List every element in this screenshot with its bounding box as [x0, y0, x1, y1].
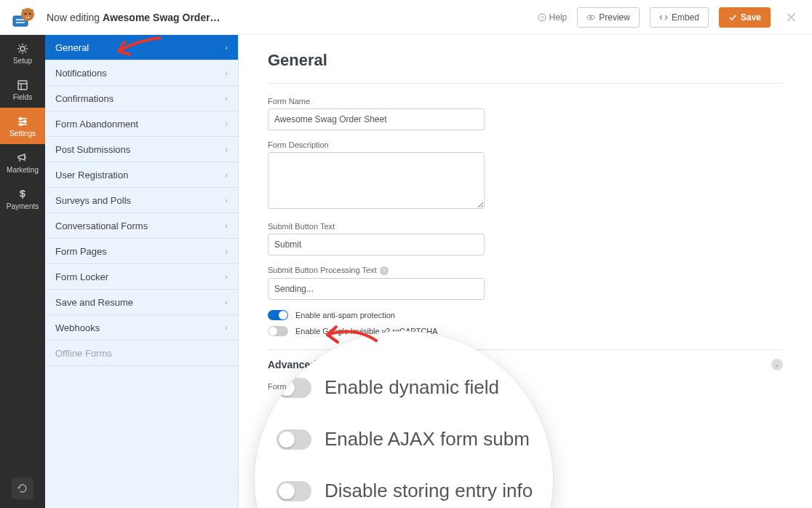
recaptcha-toggle[interactable]: [268, 326, 288, 336]
embed-button[interactable]: Embed: [650, 7, 709, 28]
settings-sidebar: General› Notifications› Confirmations› F…: [45, 35, 239, 508]
sidebar-item-user-registration[interactable]: User Registration›: [45, 162, 238, 188]
svg-point-20: [24, 120, 26, 122]
chevron-right-icon: ›: [225, 68, 228, 77]
editing-title: Now editing Awesome Swag Order…: [47, 12, 220, 23]
form-description-input[interactable]: [268, 152, 485, 209]
svg-point-11: [590, 16, 592, 18]
svg-point-21: [20, 123, 23, 125]
wpforms-logo: [10, 4, 36, 31]
help-link[interactable]: ? Help: [538, 12, 568, 23]
page-title: General: [268, 51, 783, 84]
dynamic-fields-label: Enable dynamic field: [325, 376, 499, 399]
chevron-right-icon: ›: [225, 323, 228, 332]
chevron-right-icon: ›: [225, 196, 228, 205]
sidebar-item-surveys-polls[interactable]: Surveys and Polls›: [45, 188, 238, 213]
form-description-label: Form Description: [268, 140, 783, 149]
nav-payments[interactable]: Payments: [0, 180, 45, 217]
sidebar-item-form-locker[interactable]: Form Locker›: [45, 264, 238, 290]
disable-storing-toggle[interactable]: [276, 481, 311, 501]
chevron-right-icon: ›: [225, 43, 228, 52]
submit-button-text-input[interactable]: [268, 234, 485, 255]
chevron-down-icon[interactable]: ⌄: [771, 359, 783, 370]
chevron-right-icon: ›: [225, 119, 228, 128]
preview-button[interactable]: Preview: [577, 7, 640, 28]
history-button[interactable]: [12, 477, 33, 499]
chevron-right-icon: ›: [225, 298, 228, 306]
chevron-right-icon: ›: [225, 221, 228, 230]
sidebar-item-confirmations[interactable]: Confirmations›: [45, 86, 238, 111]
nav-setup[interactable]: Setup: [0, 35, 45, 71]
chevron-right-icon: ›: [225, 94, 228, 103]
nav-label: Marketing: [7, 166, 39, 174]
sidebar-item-form-pages[interactable]: Form Pages›: [45, 239, 238, 264]
ajax-submit-toggle[interactable]: [276, 429, 311, 450]
nav-label: Payments: [7, 202, 39, 210]
svg-point-4: [25, 12, 27, 15]
nav-marketing[interactable]: Marketing: [0, 144, 45, 180]
svg-point-7: [27, 15, 28, 17]
svg-point-5: [29, 12, 31, 15]
nav-fields[interactable]: Fields: [0, 71, 45, 108]
sidebar-item-post-submissions[interactable]: Post Submissions›: [45, 137, 238, 162]
sidebar-item-webhooks[interactable]: Webhooks›: [45, 315, 238, 341]
help-icon[interactable]: ?: [380, 266, 389, 275]
svg-rect-13: [18, 81, 27, 90]
sidebar-item-save-resume[interactable]: Save and Resume›: [45, 290, 238, 315]
disable-storing-label: Disable storing entry info: [325, 480, 533, 502]
chevron-right-icon: ›: [225, 247, 228, 255]
antispam-toggle[interactable]: [268, 310, 288, 320]
chevron-right-icon: ›: [225, 170, 228, 179]
nav-settings[interactable]: Settings: [0, 108, 45, 144]
svg-text:?: ?: [540, 15, 544, 21]
svg-point-12: [20, 47, 25, 51]
form-name-label: Form Name: [268, 97, 783, 106]
nav-label: Setup: [13, 57, 32, 65]
sidebar-item-notifications[interactable]: Notifications›: [45, 60, 238, 86]
svg-point-19: [20, 117, 22, 119]
save-button[interactable]: Save: [719, 7, 771, 28]
sidebar-item-conversational-forms[interactable]: Conversational Forms›: [45, 213, 238, 239]
submit-processing-label: Submit Button Processing Text?: [268, 266, 783, 275]
sidebar-item-form-abandonment[interactable]: Form Abandonment›: [45, 111, 238, 137]
sidebar-item-general[interactable]: General›: [45, 35, 238, 60]
form-name-input[interactable]: [268, 108, 485, 130]
sidebar-item-offline-forms[interactable]: Offline Forms: [45, 341, 238, 366]
nav-label: Fields: [13, 93, 33, 101]
chevron-right-icon: ›: [225, 145, 228, 154]
chevron-right-icon: ›: [225, 272, 228, 281]
antispam-label: Enable anti-spam protection: [295, 311, 395, 320]
nav-label: Settings: [9, 130, 36, 138]
submit-processing-input[interactable]: [268, 278, 485, 300]
close-icon[interactable]: ✕: [785, 9, 797, 26]
ajax-submit-label: Enable AJAX form subm: [325, 428, 530, 451]
submit-button-text-label: Submit Button Text: [268, 222, 783, 231]
